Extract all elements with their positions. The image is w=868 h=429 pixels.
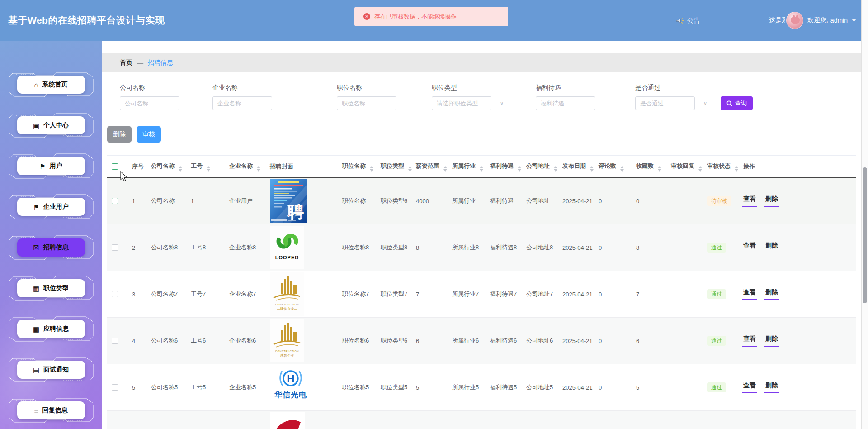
column-header-worker_no[interactable]: 工号 [186,156,225,178]
column-header-salary[interactable]: 薪资范围 [411,156,448,178]
cell-salary: 5 [411,364,448,411]
sort-caret[interactable] [257,166,260,172]
sidebar-item-users[interactable]: ⚑ 用户 [5,152,97,180]
audit-button[interactable]: 审核 [137,126,161,143]
cover-image-construction[interactable]: CONSTRUCTION —建筑企业— [270,272,304,316]
column-header-pub_date[interactable]: 发布日期 [558,156,594,178]
sidebar-item-recruit-info[interactable]: ☒ 招聘信息 [5,234,97,262]
sidebar-item-home[interactable]: ⌂ 系统首页 [5,71,97,99]
column-header-job_type[interactable]: 职位类型 [376,156,411,178]
select-all-checkbox[interactable] [112,163,118,170]
cell-audit_reply [666,364,703,411]
sidebar-item-interview-notices[interactable]: ▤ 面试通知 [5,356,97,384]
sort-caret[interactable] [735,166,738,172]
clipboard-icon: ☒ [33,244,39,251]
sort-caret[interactable] [370,166,373,172]
column-header-industry[interactable]: 所属行业 [448,156,486,178]
sort-caret[interactable] [480,166,483,172]
row-checkbox[interactable] [112,384,118,391]
sort-caret[interactable] [408,166,412,172]
row-checkbox[interactable] [112,338,118,344]
delete-link[interactable]: 删除 [765,381,778,393]
cell-salary: 6 [411,318,448,364]
sort-caret[interactable] [554,166,557,172]
view-link[interactable]: 查看 [743,288,756,300]
column-header-address[interactable]: 公司地址 [522,156,558,178]
job-name-input[interactable] [337,96,396,110]
cover-image-poster[interactable]: 聘 [270,179,307,223]
row-checkbox[interactable] [112,198,118,204]
column-header-welfare[interactable]: 福利待遇 [486,156,522,178]
sidebar-item-enterprise-users[interactable]: ⚑ 企业用户 [5,193,97,221]
scrollbar-thumb[interactable] [863,167,867,303]
cell-favorites: 7 [632,271,666,318]
sort-caret[interactable] [658,166,661,172]
view-link[interactable]: 查看 [743,195,756,207]
row-checkbox[interactable] [112,244,118,251]
sidebar-item-profile[interactable]: ▣ 个人中心 [5,111,97,139]
sort-caret[interactable] [590,166,594,172]
delete-link[interactable]: 删除 [765,195,778,207]
bulk-action-row: 删除 审核 [107,126,861,143]
sidebar-item-replies[interactable]: ≡ 回复信息 [5,396,97,424]
cell-ops: 查看删除 [739,178,856,224]
sort-caret[interactable] [518,166,521,172]
sliders-icon: ≡ [34,407,38,414]
sidebar-item-job-types[interactable]: ▦ 职位类型 [5,274,97,302]
sort-caret[interactable] [443,166,447,172]
breadcrumb-home[interactable]: 首页 [120,59,132,67]
cell-worker_no: 工号7 [186,271,225,318]
sidebar-item-label: 个人中心 [43,121,69,129]
breadcrumb-current[interactable]: 招聘信息 [148,59,173,67]
column-header-company[interactable]: 公司名称 [146,156,186,178]
cell-company: 公司名称8 [146,224,186,271]
search-button[interactable]: 查询 [721,96,753,110]
column-header-enterprise[interactable]: 企业名称 [225,156,265,178]
welfare-input[interactable] [536,96,595,110]
cell-comments: 0 [594,178,632,224]
delete-link[interactable]: 删除 [765,288,778,300]
column-header-audit_reply[interactable]: 审核回复 [666,156,703,178]
sort-caret[interactable] [698,166,702,172]
delete-link[interactable]: 删除 [765,242,778,253]
cell-worker_no [186,411,225,429]
announcement-link[interactable]: 公告 [676,17,700,25]
delete-link[interactable]: 删除 [765,335,778,347]
row-checkbox[interactable] [112,291,118,297]
sort-caret[interactable] [207,166,210,172]
job-type-select[interactable] [432,96,491,110]
column-header-job_name[interactable]: 职位名称 [338,156,376,178]
company-input[interactable] [120,96,179,110]
chevron-down-icon[interactable] [852,19,856,24]
svg-text:H: H [287,372,294,385]
cell-enterprise: 企业名称6 [225,318,265,364]
sort-caret[interactable] [620,166,624,172]
sort-caret[interactable] [179,166,182,172]
column-header-comments[interactable]: 评论数 [594,156,632,178]
view-link[interactable]: 查看 [743,381,756,393]
delete-button[interactable]: 删除 [107,126,132,143]
sidebar-item-applications[interactable]: ▦ 应聘信息 [5,315,97,343]
column-header-ops: 操作 [739,156,856,178]
column-header-favorites[interactable]: 收藏数 [632,156,666,178]
username[interactable]: admin [830,17,848,24]
cover-image-huaxin[interactable]: H 华信光电 [270,366,311,409]
cell-audit_reply [666,411,703,429]
cover-image-red-logo[interactable] [270,412,305,429]
avatar[interactable] [786,12,803,29]
view-link[interactable]: 查看 [743,335,756,347]
cell-enterprise [225,411,265,429]
cell-favorites: 8 [632,224,666,271]
cell-job_type: 职位类型5 [376,364,411,411]
cover-image-construction[interactable]: CONSTRUCTION —建筑企业— [270,319,304,362]
enterprise-input[interactable] [212,96,272,110]
user-cluster: 这是系 欢迎您, admin [769,0,856,41]
cell-job_name: 职位名称7 [338,271,376,318]
pass-select[interactable] [635,96,695,110]
cell-cover: 聘 [265,178,338,224]
column-header-audit_status[interactable]: 审核状态 [703,156,739,178]
cover-image-looped[interactable]: LOOPED [270,226,304,269]
view-link[interactable]: 查看 [743,242,756,253]
cell-salary: 8 [411,224,448,271]
table-row: 4公司名称6工号6企业名称6 CONSTRUCTION —建筑企业— 职位名称6… [107,318,856,364]
